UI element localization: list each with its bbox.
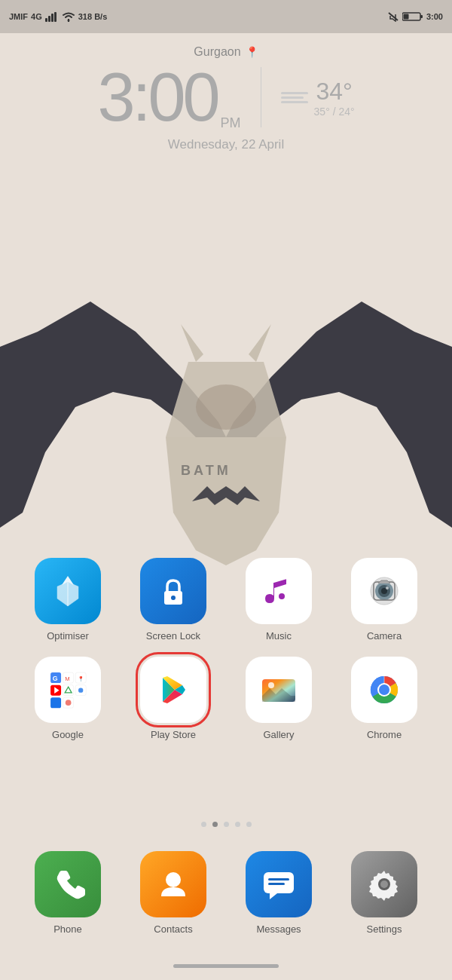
dock-contacts[interactable]: Contacts <box>132 851 215 935</box>
clock-divider <box>261 67 261 127</box>
app-gallery[interactable]: Gallery <box>237 657 320 740</box>
temp-range: 35° / 24° <box>314 106 355 118</box>
signal-icon <box>45 11 59 22</box>
ampm-label: PM <box>221 115 241 131</box>
svg-rect-50 <box>268 878 289 880</box>
page-dot-2[interactable] <box>212 822 218 827</box>
music-icon <box>246 558 312 624</box>
page-dots <box>0 822 452 827</box>
dock-messages[interactable]: Messages <box>237 851 320 935</box>
page-dot-1[interactable] <box>201 822 206 827</box>
gallery-icon <box>246 657 312 723</box>
svg-point-42 <box>268 682 274 688</box>
app-screenlock[interactable]: Screen Lock <box>132 558 215 642</box>
svg-point-46 <box>379 684 389 695</box>
app-music[interactable]: Music <box>237 558 320 642</box>
contacts-icon <box>140 851 206 917</box>
phone-icon <box>35 851 101 917</box>
svg-point-0 <box>196 384 256 430</box>
svg-point-21 <box>386 586 389 590</box>
clock-row: 3:00 PM 34° 35° / 24° <box>0 63 452 131</box>
svg-rect-51 <box>268 883 285 885</box>
app-google[interactable]: G M 📍 <box>26 657 109 740</box>
weather-icon-area: 34° 35° / 24° <box>281 78 355 118</box>
playstore-icon <box>140 657 206 723</box>
google-icon: G M 📍 <box>35 657 101 723</box>
svg-point-35 <box>78 688 83 692</box>
chrome-label: Chrome <box>367 729 402 740</box>
dock-settings[interactable]: Settings <box>343 851 426 935</box>
clock-time: 3:00 <box>97 63 217 131</box>
weather-icon <box>281 92 308 103</box>
page-dot-4[interactable] <box>235 822 240 827</box>
optimiser-label: Optimiser <box>47 630 89 642</box>
location-text: Gurgaon <box>194 45 240 59</box>
clock-widget: Gurgaon 📍 3:00 PM 34° 35° / 24° Wednesda… <box>0 45 452 152</box>
app-row-2: G M 📍 <box>15 657 437 740</box>
svg-text:G: G <box>53 675 58 682</box>
time-display: 3:00 <box>426 12 443 21</box>
gallery-label: Gallery <box>263 729 294 740</box>
svg-point-53 <box>380 880 388 888</box>
mute-icon <box>387 11 399 22</box>
messages-label: Messages <box>256 923 301 935</box>
svg-point-48 <box>166 872 181 887</box>
page-dot-3[interactable] <box>224 822 229 827</box>
svg-rect-9 <box>420 15 423 18</box>
messages-icon <box>246 851 312 917</box>
status-bar: JMIF 4G 318 B/s 3:00 <box>0 0 452 33</box>
status-left: JMIF 4G 318 B/s <box>9 11 107 22</box>
app-playstore[interactable]: Play Store <box>132 657 215 740</box>
app-grid: Optimiser Screen Lock <box>0 558 452 755</box>
svg-point-38 <box>66 700 72 706</box>
svg-rect-5 <box>54 12 56 22</box>
app-optimiser[interactable]: Optimiser <box>26 558 109 642</box>
svg-text:M: M <box>65 675 69 682</box>
dock: Phone Contacts Messages <box>0 851 452 935</box>
svg-point-12 <box>171 596 176 600</box>
batman-artwork: BATM <box>0 286 452 573</box>
screenlock-label: Screen Lock <box>146 630 200 642</box>
camera-label: Camera <box>367 630 402 642</box>
screenlock-icon <box>140 558 206 624</box>
temperature: 34° <box>314 78 355 106</box>
carrier-text: JMIF <box>9 12 28 21</box>
playstore-label: Play Store <box>151 729 196 740</box>
svg-rect-2 <box>45 18 47 22</box>
svg-point-15 <box>279 593 285 599</box>
settings-label: Settings <box>367 923 402 935</box>
app-camera[interactable]: Camera <box>343 558 426 642</box>
battery-icon <box>402 11 423 22</box>
chrome-icon <box>351 657 417 723</box>
status-right: 3:00 <box>387 11 443 22</box>
home-indicator[interactable] <box>173 964 279 968</box>
dock-phone[interactable]: Phone <box>26 851 109 935</box>
contacts-label: Contacts <box>154 923 192 935</box>
svg-point-14 <box>266 595 273 602</box>
svg-text:📍: 📍 <box>78 675 84 682</box>
svg-rect-10 <box>403 14 408 20</box>
date-display: Wednesday, 22 April <box>0 137 452 152</box>
wifi-icon <box>62 11 75 22</box>
music-label: Music <box>266 630 292 642</box>
data-speed: 318 B/s <box>78 12 108 21</box>
svg-rect-36 <box>50 697 61 708</box>
settings-icon <box>351 851 417 917</box>
app-row-1: Optimiser Screen Lock <box>15 558 437 642</box>
camera-icon <box>351 558 417 624</box>
page-dot-5[interactable] <box>246 822 252 827</box>
phone-label: Phone <box>53 923 82 935</box>
app-chrome[interactable]: Chrome <box>343 657 426 740</box>
google-label: Google <box>52 729 84 740</box>
svg-point-13 <box>259 571 298 611</box>
svg-rect-3 <box>48 16 50 22</box>
optimiser-icon <box>35 558 101 624</box>
svg-point-6 <box>67 20 69 22</box>
location-row: Gurgaon 📍 <box>0 45 452 59</box>
network-text: 4G <box>31 12 42 21</box>
svg-text:BATM: BATM <box>181 463 231 478</box>
svg-rect-4 <box>51 14 53 22</box>
location-pin-icon: 📍 <box>246 46 258 58</box>
